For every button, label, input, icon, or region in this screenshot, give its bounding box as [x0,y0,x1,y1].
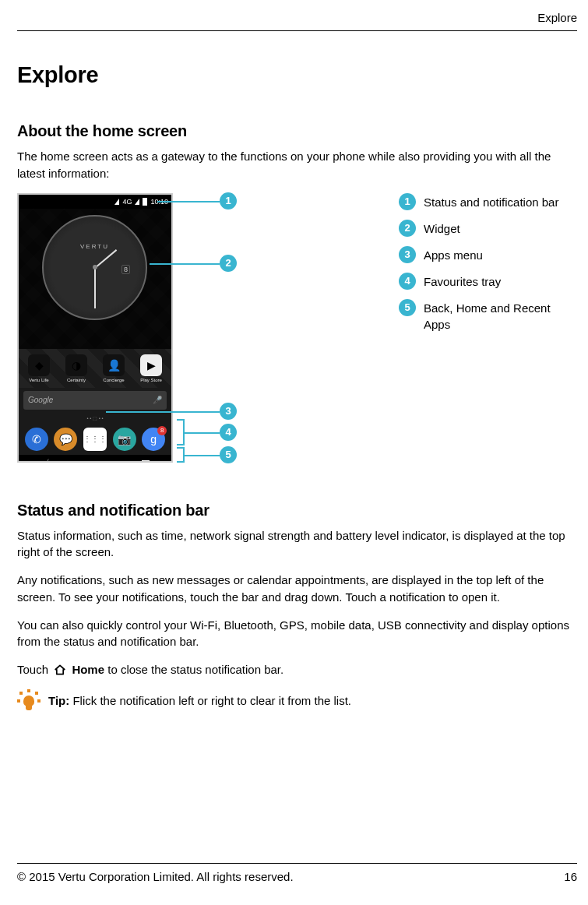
tip-bulb-icon [17,689,40,713]
nav-recent-icon [142,460,150,463]
homescreen-figure: 4G 10:10 VERTU 8 ◆Vertu Life ◑Certainty … [17,193,577,480]
tip-body: Flick the notification left or right to … [69,694,351,707]
nav-home-icon: ⌂ [93,459,98,463]
favourites-tray: ✆ 💬 ⋮⋮⋮ 📷 g [19,424,171,455]
touch-post: to close the status notification bar. [107,663,283,676]
search-bar: Google 🎤 [23,391,167,410]
callout-3: 3 [220,403,237,420]
battery-icon [143,198,147,206]
app-certainty: ◑Certainty [60,354,93,382]
search-brand: Google [28,396,53,404]
legend-item-1: 1 Status and notification bar [399,193,578,210]
pointer-4-line [185,432,220,434]
callout-4: 4 [220,424,237,441]
phone-mockup: 4G 10:10 VERTU 8 ◆Vertu Life ◑Certainty … [17,193,173,463]
clock-widget: VERTU 8 [42,215,147,320]
home-label: Home [72,663,104,676]
legend-num-1: 1 [399,193,416,210]
app-rail: ◆Vertu Life ◑Certainty 👤Concierge ▶Play … [19,349,171,388]
legend-text-5: Back, Home and Recent Apps [424,299,578,333]
signal-icon [114,199,119,205]
legend-item-4: 4 Favourites tray [399,273,578,290]
tip-text: Tip: Flick the notification left or righ… [48,694,351,707]
watch-brand: VERTU [44,243,146,250]
app-vertulife: ◆Vertu Life [23,354,55,382]
copyright: © 2015 Vertu Corporation Limited. All ri… [17,870,294,883]
status-p1: Status information, such as time, networ… [17,527,577,562]
status-4g: 4G [122,198,132,206]
fav-messages-icon: 💬 [54,428,77,451]
nav-back-icon: 〈 [40,457,50,463]
legend-item-3: 3 Apps menu [399,246,578,263]
page-footer: © 2015 Vertu Corporation Limited. All ri… [17,863,577,883]
pointer-5-line [185,455,220,456]
app-playstore: ▶Play Store [135,354,167,382]
page-indicator: • • ⬚ • • [19,413,171,424]
footer-rule [17,863,577,864]
pointer-1-line [157,201,220,202]
fav-apps-icon: ⋮⋮⋮ [83,428,107,451]
callout-1: 1 [220,192,237,210]
app-concierge: 👤Concierge [97,354,130,382]
about-intro: The home screen acts as a gateway to the… [17,148,577,182]
callout-2: 2 [220,255,237,272]
fav-camera-icon: 📷 [113,428,136,451]
mic-icon: 🎤 [153,396,162,404]
page-title: Explore [17,62,577,88]
watch-date: 8 [121,265,130,274]
legend-text-2: Widget [424,220,460,237]
minute-hand [94,268,96,308]
legend-num-5: 5 [399,299,416,316]
hour-hand [94,249,117,269]
tip-label: Tip: [48,694,69,707]
pointer-3-line [106,411,220,413]
bracket-5 [177,447,185,463]
running-header: Explore [17,11,577,24]
figure-legend: 1 Status and notification bar 2 Widget 3… [399,193,578,342]
signal-icon-2 [135,199,139,205]
status-p2: Any notifications, such as new messages … [17,572,577,606]
legend-item-5: 5 Back, Home and Recent Apps [399,299,578,333]
page-number: 16 [564,870,577,883]
callout-5: 5 [220,446,237,463]
legend-num-3: 3 [399,246,416,263]
nav-bar: 〈 ⌂ [19,455,171,463]
tip-row: Tip: Flick the notification left or righ… [17,689,577,713]
legend-text-3: Apps menu [424,246,483,263]
legend-num-4: 4 [399,273,416,290]
fav-phone-icon: ✆ [25,428,48,451]
legend-num-2: 2 [399,220,416,237]
widget-area: VERTU 8 [19,209,171,349]
fav-google-icon: g [142,428,165,451]
header-rule [17,30,577,31]
touch-pre: Touch [17,663,51,676]
pointer-2-line [150,263,220,265]
status-heading: Status and notification bar [17,502,577,519]
home-icon [53,664,67,675]
legend-text-1: Status and notification bar [424,193,558,210]
status-touch-home: Touch Home to close the status notificat… [17,661,577,678]
status-p3: You can also quickly control your Wi-Fi,… [17,617,577,651]
phone-status-bar: 4G 10:10 [19,195,171,209]
about-heading: About the home screen [17,122,577,140]
legend-item-2: 2 Widget [399,220,578,237]
legend-text-4: Favourites tray [424,273,501,290]
bracket-4 [177,419,185,445]
